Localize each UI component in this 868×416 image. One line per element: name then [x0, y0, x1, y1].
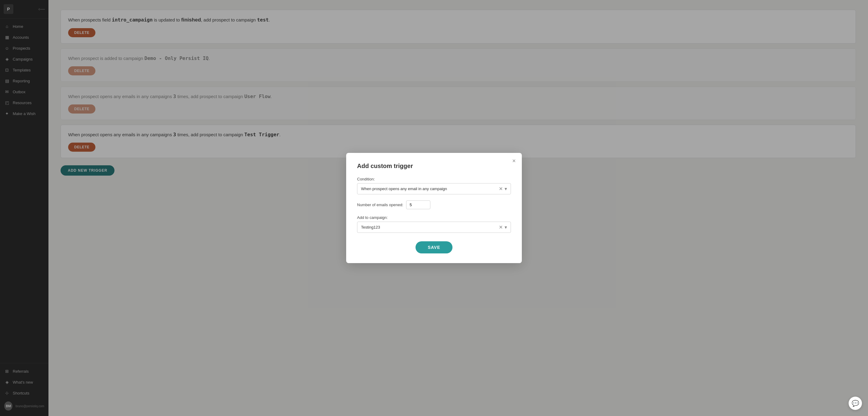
condition-label: Condition:: [357, 177, 511, 181]
clear-campaign-icon[interactable]: ✕: [499, 224, 503, 230]
modal-footer: SAVE: [357, 241, 511, 253]
condition-select-value: When prospect opens any email in any cam…: [361, 187, 499, 191]
modal-overlay: × Add custom trigger Condition: When pro…: [0, 0, 868, 416]
chevron-down-condition-icon[interactable]: ▾: [504, 186, 507, 192]
emails-opened-input[interactable]: [406, 200, 430, 209]
campaign-group: Add to campaign: Testing123 ✕ ▾: [357, 215, 511, 233]
modal-add-trigger: × Add custom trigger Condition: When pro…: [346, 153, 522, 263]
modal-title: Add custom trigger: [357, 163, 511, 169]
emails-opened-group: Number of emails opened:: [357, 200, 511, 209]
chevron-down-campaign-icon[interactable]: ▾: [504, 224, 507, 230]
campaign-select-value: Testing123: [361, 225, 499, 229]
campaign-select[interactable]: Testing123 ✕ ▾: [357, 222, 511, 233]
chat-widget-button[interactable]: 💬: [848, 396, 862, 410]
condition-group: Condition: When prospect opens any email…: [357, 177, 511, 194]
add-to-campaign-label: Add to campaign:: [357, 215, 511, 220]
condition-select[interactable]: When prospect opens any email in any cam…: [357, 183, 511, 194]
modal-close-button[interactable]: ×: [512, 158, 516, 164]
save-button[interactable]: SAVE: [415, 241, 452, 253]
emails-opened-label: Number of emails opened:: [357, 202, 403, 207]
clear-condition-icon[interactable]: ✕: [499, 186, 503, 192]
